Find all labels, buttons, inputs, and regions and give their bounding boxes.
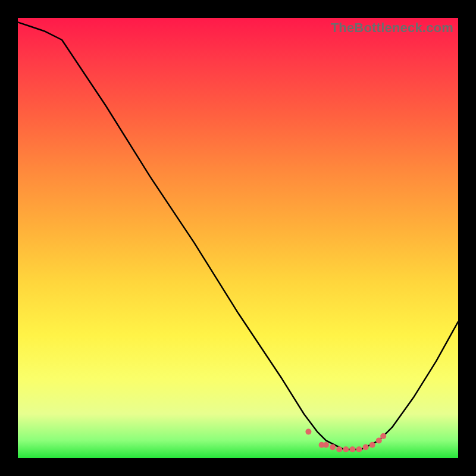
sweet-spot-dot — [330, 444, 336, 450]
sweet-spot-dot — [336, 446, 342, 452]
sweet-spot-dot — [363, 444, 369, 450]
watermark-text: TheBottleneck.com — [331, 20, 453, 36]
sweet-spot-dot — [343, 446, 349, 452]
sweet-spot-dot — [305, 429, 311, 435]
sweet-spot-dot — [376, 437, 382, 443]
sweet-spot-dot — [349, 446, 355, 452]
sweet-spot-dot — [356, 446, 362, 452]
chart-frame: TheBottleneck.com — [18, 18, 458, 458]
chart-svg — [18, 18, 458, 458]
bottleneck-curve — [18, 22, 458, 449]
sweet-spot-dot — [369, 442, 375, 448]
sweet-spot-dot — [323, 442, 329, 448]
sweet-spot-dot — [380, 433, 386, 439]
